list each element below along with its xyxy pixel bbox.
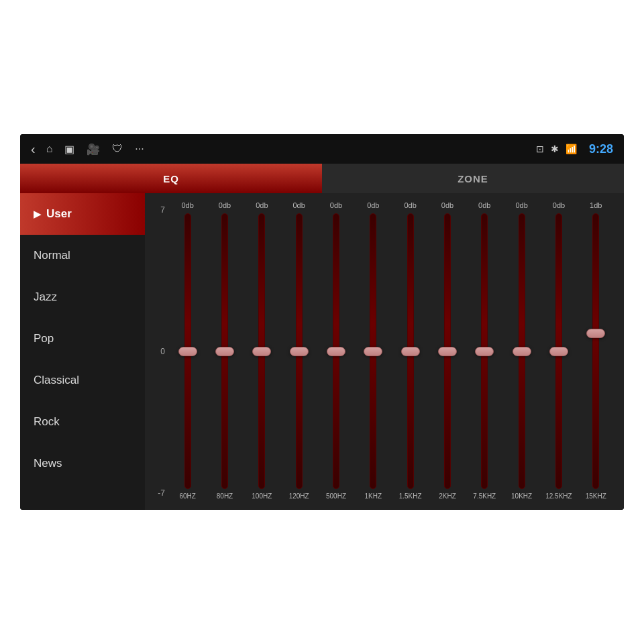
freq-label-0: 60HZ	[179, 492, 195, 503]
slider-handle-0[interactable]	[178, 347, 197, 356]
nav-icons: ⌂ ▣ 🎥 🛡 ···	[46, 143, 144, 156]
slider-track-0[interactable]	[184, 213, 191, 489]
shield-icon[interactable]: 🛡	[112, 143, 123, 155]
db-label-11: 1db	[590, 200, 602, 211]
slider-col-80hz: 0db80HZ	[206, 200, 243, 503]
scale-mid: 0	[150, 347, 165, 356]
slider-track-wrapper-2	[258, 213, 265, 489]
slider-track-5[interactable]	[370, 213, 376, 489]
slider-handle-10[interactable]	[549, 347, 568, 356]
slider-handle-11[interactable]	[586, 329, 605, 338]
slider-track-3[interactable]	[296, 213, 303, 489]
slider-col-15khz: 1db15KHZ	[578, 200, 614, 503]
slider-handle-3[interactable]	[290, 347, 309, 356]
scale-bot: -7	[150, 488, 165, 498]
slider-col-10khz: 0db10KHZ	[503, 200, 540, 503]
slider-handle-9[interactable]	[513, 347, 531, 356]
tab-zone[interactable]: ZONE	[322, 164, 624, 193]
freq-label-2: 100HZ	[252, 492, 272, 503]
slider-col-1khz: 0db1KHZ	[355, 200, 392, 503]
slider-track-4[interactable]	[333, 213, 339, 489]
recents-icon[interactable]: ▣	[64, 143, 74, 156]
tab-bar: EQ ZONE	[20, 164, 624, 193]
slider-track-6[interactable]	[407, 213, 414, 489]
home-icon[interactable]: ⌂	[46, 143, 53, 155]
sidebar-item-news[interactable]: News	[20, 443, 145, 484]
db-label-3: 0db	[292, 200, 305, 211]
slider-track-wrapper-4	[333, 213, 339, 489]
db-label-8: 0db	[478, 200, 490, 211]
slider-col-100hz: 0db100HZ	[244, 200, 280, 503]
sliders-container: 0db60HZ0db80HZ0db100HZ0db120HZ0db500HZ0d…	[169, 200, 614, 503]
slider-handle-6[interactable]	[401, 347, 420, 356]
freq-label-8: 7.5KHZ	[473, 492, 496, 503]
slider-track-wrapper-1	[221, 213, 228, 489]
slider-col-125khz: 0db12.5KHZ	[540, 200, 577, 503]
clock: 9:28	[589, 142, 613, 156]
slider-track-wrapper-0	[184, 213, 191, 489]
slider-track-wrapper-8	[481, 213, 488, 489]
eq-sliders-row: 7 0 -7 0db60HZ0db80HZ0db100HZ0db120HZ0db…	[150, 200, 614, 503]
outer-container: ‹ ⌂ ▣ 🎥 🛡 ··· ⊡ ✱ 📶 9:28 EQ ZONE	[0, 0, 644, 644]
bluetooth-icon: ✱	[551, 144, 559, 154]
more-icon[interactable]: ···	[135, 143, 144, 155]
sidebar: ▶ User Normal Jazz Pop Classical Rock	[20, 193, 145, 510]
freq-label-5: 1KHZ	[365, 492, 382, 503]
slider-handle-4[interactable]	[327, 347, 345, 356]
freq-label-3: 120HZ	[289, 492, 309, 503]
db-label-4: 0db	[330, 200, 342, 211]
slider-track-2[interactable]	[258, 213, 265, 489]
slider-track-10[interactable]	[555, 213, 562, 489]
sidebar-item-classical[interactable]: Classical	[20, 360, 145, 401]
slider-track-7[interactable]	[444, 213, 451, 489]
freq-label-6: 1.5KHZ	[399, 492, 422, 503]
db-label-7: 0db	[441, 200, 453, 211]
slider-track-8[interactable]	[481, 213, 488, 489]
slider-handle-8[interactable]	[475, 347, 494, 356]
freq-label-9: 10KHZ	[511, 492, 532, 503]
slider-handle-1[interactable]	[215, 347, 234, 356]
slider-col-60hz: 0db60HZ	[169, 200, 206, 503]
freq-label-4: 500HZ	[326, 492, 346, 503]
play-arrow-icon: ▶	[34, 209, 41, 219]
tab-eq[interactable]: EQ	[20, 164, 322, 193]
freq-label-11: 15KHZ	[586, 492, 606, 503]
sidebar-item-normal[interactable]: Normal	[20, 235, 145, 276]
scale-labels: 7 0 -7	[150, 200, 169, 503]
scale-top: 7	[150, 205, 165, 215]
sidebar-item-jazz[interactable]: Jazz	[20, 276, 145, 318]
back-button[interactable]: ‹	[31, 142, 36, 157]
slider-track-9[interactable]	[519, 213, 525, 489]
db-label-6: 0db	[404, 200, 416, 211]
slider-track-wrapper-7	[444, 213, 451, 489]
freq-label-7: 2KHZ	[439, 492, 456, 503]
slider-col-500hz: 0db500HZ	[317, 200, 354, 503]
slider-track-wrapper-10	[555, 213, 562, 489]
slider-track-11[interactable]	[592, 213, 599, 489]
slider-col-120hz: 0db120HZ	[280, 200, 317, 503]
db-label-0: 0db	[181, 200, 193, 211]
camera-icon[interactable]: 🎥	[87, 143, 100, 156]
slider-track-wrapper-9	[519, 213, 525, 489]
slider-track-wrapper-6	[407, 213, 414, 489]
slider-track-1[interactable]	[221, 213, 228, 489]
sidebar-item-pop[interactable]: Pop	[20, 318, 145, 360]
db-label-9: 0db	[515, 200, 527, 211]
slider-handle-7[interactable]	[438, 347, 457, 356]
main-content: ▶ User Normal Jazz Pop Classical Rock	[20, 193, 624, 510]
slider-handle-2[interactable]	[252, 347, 271, 356]
db-label-2: 0db	[256, 200, 268, 211]
freq-label-1: 80HZ	[217, 492, 233, 503]
sidebar-item-rock[interactable]: Rock	[20, 401, 145, 443]
device-screen: ‹ ⌂ ▣ 🎥 🛡 ··· ⊡ ✱ 📶 9:28 EQ ZONE	[20, 134, 624, 510]
slider-track-wrapper-11	[592, 213, 599, 489]
db-label-10: 0db	[553, 200, 565, 211]
slider-col-2khz: 0db2KHZ	[429, 200, 466, 503]
eq-area: 7 0 -7 0db60HZ0db80HZ0db100HZ0db120HZ0db…	[145, 193, 624, 510]
sidebar-item-user[interactable]: ▶ User	[20, 193, 145, 235]
cast-icon: ⊡	[536, 144, 544, 154]
slider-handle-5[interactable]	[364, 347, 382, 356]
db-label-1: 0db	[219, 200, 231, 211]
slider-col-75khz: 0db7.5KHZ	[466, 200, 503, 503]
status-bar: ‹ ⌂ ▣ 🎥 🛡 ··· ⊡ ✱ 📶 9:28	[20, 134, 624, 164]
